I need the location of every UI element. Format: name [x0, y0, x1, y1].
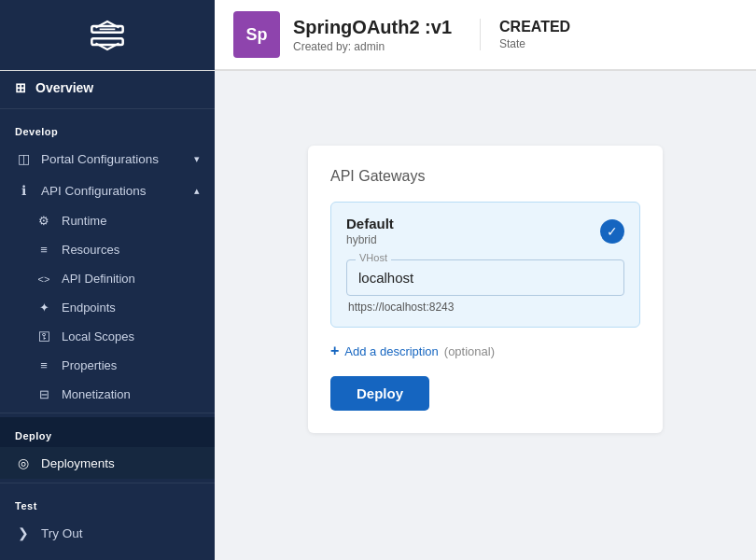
- vhost-input[interactable]: [346, 259, 624, 296]
- gateway-header: Default hybrid ✓: [346, 216, 624, 246]
- try-out-icon: ❯: [15, 525, 32, 540]
- sidebar-item-api-definition[interactable]: <> API Definition: [0, 264, 215, 293]
- vhost-label: VHost: [356, 252, 391, 263]
- add-description-link[interactable]: + Add a description (optional): [330, 343, 640, 359]
- state-label: State: [499, 37, 570, 50]
- sidebar-item-local-scopes[interactable]: ⚿ Local Scopes: [0, 322, 215, 351]
- api-config-label: API Configurations: [41, 184, 147, 198]
- api-definition-label: API Definition: [62, 272, 135, 286]
- sidebar-item-endpoints[interactable]: ✦ Endpoints: [0, 293, 215, 322]
- deployments-icon: ◎: [15, 455, 32, 470]
- sidebar: ⊞ Overview Develop ◫ Portal Configuratio…: [0, 71, 215, 560]
- state-value: CREATED: [499, 19, 570, 35]
- optional-text: (optional): [444, 344, 495, 358]
- resources-icon: ≡: [35, 243, 52, 257]
- api-name: SpringOAuth2 :v1: [293, 17, 452, 38]
- resources-label: Resources: [62, 243, 119, 257]
- portal-config-icon: ◫: [15, 151, 32, 166]
- sidebar-item-try-out[interactable]: ❯ Try Out: [0, 517, 215, 549]
- logo-area: [0, 0, 215, 70]
- endpoints-label: Endpoints: [62, 301, 116, 315]
- overview-label: Overview: [35, 80, 93, 95]
- api-gateways-card: API Gateways Default hybrid ✓ VHost http…: [308, 146, 663, 433]
- sidebar-item-monetization[interactable]: ⊟ Monetization: [0, 380, 215, 409]
- sidebar-item-deployments[interactable]: ◎ Deployments: [0, 447, 215, 479]
- content-area: API Gateways Default hybrid ✓ VHost http…: [215, 71, 756, 560]
- develop-section-label: Develop: [0, 113, 215, 143]
- chevron-up-icon: ▴: [194, 185, 200, 197]
- vhost-url: https://localhost:8243: [348, 301, 624, 314]
- vhost-group: VHost https://localhost:8243: [346, 259, 624, 314]
- api-title-block: SpringOAuth2 :v1 Created by: admin: [293, 17, 452, 53]
- api-state-block: CREATED State: [480, 19, 570, 50]
- gateway-default-item: Default hybrid ✓ VHost https://localhost…: [330, 202, 640, 328]
- gateway-type: hybrid: [346, 233, 394, 246]
- properties-label: Properties: [62, 358, 117, 372]
- deploy-button[interactable]: Deploy: [330, 376, 429, 411]
- sidebar-item-resources[interactable]: ≡ Resources: [0, 235, 215, 264]
- local-scopes-label: Local Scopes: [62, 329, 134, 343]
- gateway-check-icon: ✓: [600, 219, 624, 244]
- portal-config-label: Portal Configurations: [41, 152, 159, 166]
- api-definition-icon: <>: [35, 273, 52, 285]
- monetization-label: Monetization: [62, 387, 131, 401]
- try-out-label: Try Out: [41, 526, 83, 540]
- sidebar-item-overview[interactable]: ⊞ Overview: [0, 71, 215, 105]
- runtime-icon: ⚙: [35, 214, 52, 228]
- chevron-down-icon: ▾: [194, 153, 200, 165]
- app-logo-icon: [84, 12, 131, 59]
- created-by-label: Created by: admin: [293, 40, 452, 53]
- local-scopes-icon: ⚿: [35, 329, 52, 343]
- sidebar-item-runtime[interactable]: ⚙ Runtime: [0, 206, 215, 235]
- sidebar-item-api-config[interactable]: ℹ API Configurations ▴: [0, 175, 215, 206]
- api-info-area: Sp SpringOAuth2 :v1 Created by: admin CR…: [215, 0, 756, 70]
- add-description-text: Add a description: [344, 344, 438, 358]
- gateway-info: Default hybrid: [346, 216, 394, 246]
- api-config-icon: ℹ: [15, 183, 32, 198]
- endpoints-icon: ✦: [35, 301, 52, 315]
- gateway-name: Default: [346, 216, 394, 231]
- api-avatar: Sp: [233, 11, 280, 58]
- card-title: API Gateways: [330, 168, 640, 185]
- deploy-section-label: Deploy: [0, 417, 215, 447]
- test-section-label: Test: [0, 487, 215, 517]
- overview-icon: ⊞: [15, 80, 26, 95]
- properties-icon: ≡: [35, 358, 52, 372]
- runtime-label: Runtime: [62, 214, 106, 228]
- monetization-icon: ⊟: [35, 387, 52, 401]
- sidebar-item-properties[interactable]: ≡ Properties: [0, 351, 215, 380]
- deployments-label: Deployments: [41, 456, 115, 470]
- sidebar-item-portal-config[interactable]: ◫ Portal Configurations ▾: [0, 143, 215, 175]
- plus-icon: +: [330, 343, 339, 359]
